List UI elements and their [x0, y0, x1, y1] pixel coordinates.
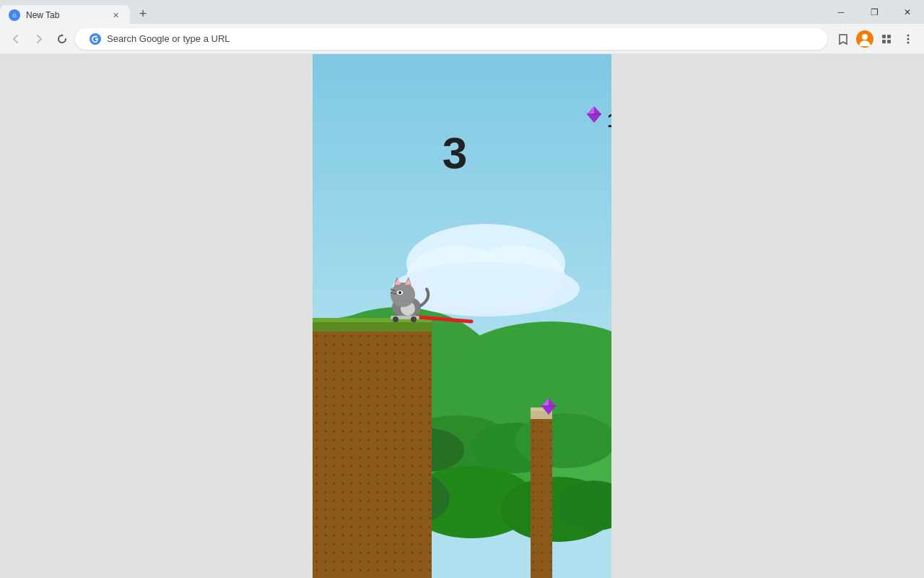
tab-strip: G New Tab ✕ +: [0, 0, 153, 24]
profile-button[interactable]: [855, 29, 875, 49]
game-background: 3 1: [313, 54, 611, 578]
toolbar: Search Google or type a URL: [0, 24, 924, 54]
tab-close-button[interactable]: ✕: [110, 9, 121, 21]
svg-rect-6: [887, 35, 891, 38]
bookmark-button[interactable]: [833, 29, 853, 49]
back-button[interactable]: [6, 29, 26, 49]
svg-text:1: 1: [607, 109, 611, 131]
window-controls: ─ ❐ ✕: [824, 0, 924, 24]
toolbar-right: [833, 29, 918, 49]
menu-button[interactable]: [898, 29, 918, 49]
active-tab[interactable]: G New Tab ✕: [0, 5, 130, 25]
svg-point-11: [907, 41, 910, 43]
svg-point-57: [398, 291, 401, 294]
extensions-button[interactable]: [876, 29, 897, 49]
new-tab-button[interactable]: +: [133, 4, 153, 24]
svg-rect-7: [882, 40, 886, 43]
svg-point-10: [907, 38, 910, 40]
forward-button[interactable]: [29, 29, 49, 49]
svg-rect-5: [882, 35, 886, 38]
svg-text:3: 3: [443, 128, 467, 178]
svg-rect-73: [531, 418, 552, 578]
address-bar[interactable]: Search Google or type a URL: [75, 28, 827, 50]
address-text: Search Google or type a URL: [107, 33, 819, 44]
maximize-button[interactable]: ❐: [858, 0, 891, 24]
svg-point-4: [862, 34, 868, 40]
tab-title: New Tab: [26, 10, 104, 20]
svg-text:G: G: [12, 13, 16, 18]
google-icon: [90, 33, 101, 45]
svg-point-28: [515, 413, 611, 468]
svg-point-62: [411, 316, 417, 322]
svg-point-9: [907, 34, 910, 36]
tab-favicon: G: [9, 9, 20, 21]
minimize-button[interactable]: ─: [824, 0, 858, 24]
svg-rect-8: [887, 40, 891, 43]
close-button[interactable]: ✕: [891, 0, 924, 24]
svg-point-61: [393, 316, 398, 322]
page-content: 3 1: [0, 54, 924, 578]
svg-rect-72: [313, 329, 432, 578]
game-container[interactable]: 3 1: [313, 54, 611, 578]
svg-point-51: [391, 282, 415, 307]
title-bar: G New Tab ✕ + ─ ❐ ✕: [0, 0, 924, 24]
reload-button[interactable]: [52, 29, 72, 49]
